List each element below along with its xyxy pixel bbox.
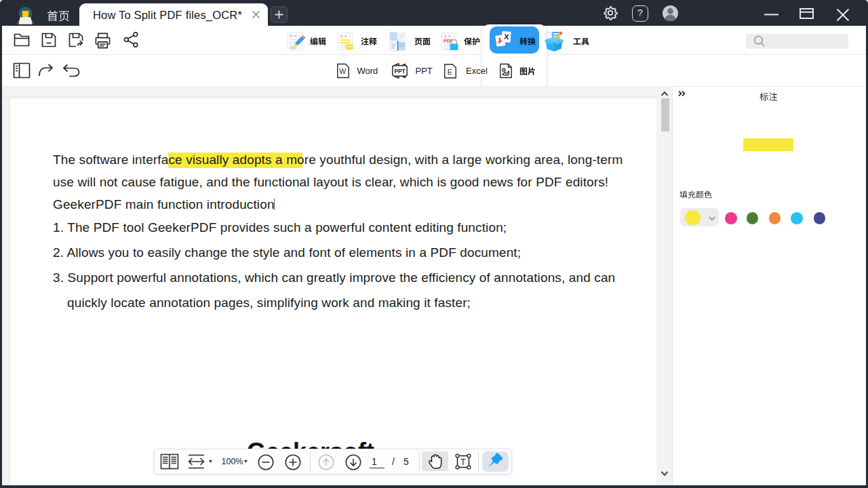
svg-text:W: W [339, 68, 346, 75]
svg-text:T: T [460, 458, 466, 467]
svg-text:E: E [448, 68, 452, 76]
svg-text:PPT: PPT [395, 68, 406, 75]
